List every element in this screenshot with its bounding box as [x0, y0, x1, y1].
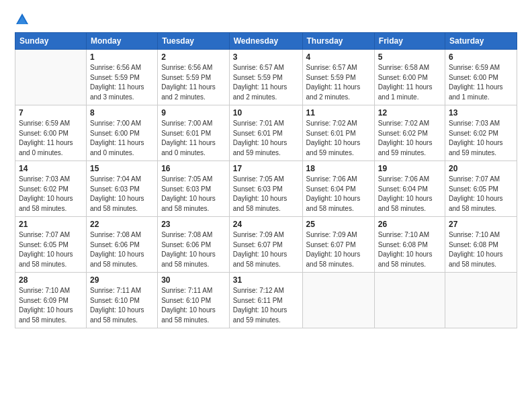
day-info: Sunrise: 7:02 AM Sunset: 6:01 PM Dayligh… [306, 119, 371, 158]
day-cell: 2Sunrise: 6:56 AM Sunset: 5:59 PM Daylig… [158, 50, 230, 105]
day-cell: 9Sunrise: 7:00 AM Sunset: 6:01 PM Daylig… [158, 105, 230, 161]
week-row-2: 7Sunrise: 6:59 AM Sunset: 6:00 PM Daylig… [15, 105, 517, 161]
page: SundayMondayTuesdayWednesdayThursdayFrid… [0, 0, 532, 411]
day-number: 19 [378, 164, 441, 173]
day-info: Sunrise: 6:56 AM Sunset: 5:59 PM Dayligh… [161, 63, 226, 102]
week-row-5: 28Sunrise: 7:10 AM Sunset: 6:09 PM Dayli… [15, 273, 517, 328]
day-number: 11 [306, 108, 371, 118]
day-number: 29 [90, 275, 154, 285]
day-info: Sunrise: 7:00 AM Sunset: 6:01 PM Dayligh… [161, 119, 226, 158]
day-info: Sunrise: 7:08 AM Sunset: 6:06 PM Dayligh… [161, 230, 226, 269]
weekday-header-row: SundayMondayTuesdayWednesdayThursdayFrid… [15, 33, 517, 50]
day-cell: 18Sunrise: 7:06 AM Sunset: 6:04 PM Dayli… [302, 161, 374, 217]
day-number: 31 [233, 275, 299, 285]
day-cell: 12Sunrise: 7:02 AM Sunset: 6:02 PM Dayli… [374, 105, 445, 161]
day-cell: 22Sunrise: 7:08 AM Sunset: 6:06 PM Dayli… [86, 217, 157, 273]
weekday-header-sunday: Sunday [15, 33, 87, 50]
logo-icon [15, 12, 30, 27]
day-number: 7 [19, 108, 83, 118]
day-cell: 4Sunrise: 6:57 AM Sunset: 5:59 PM Daylig… [302, 50, 374, 105]
day-info: Sunrise: 6:57 AM Sunset: 5:59 PM Dayligh… [233, 63, 299, 102]
day-number: 18 [306, 164, 371, 173]
day-info: Sunrise: 7:04 AM Sunset: 6:03 PM Dayligh… [90, 175, 154, 214]
weekday-header-friday: Friday [374, 33, 445, 50]
day-cell: 6Sunrise: 6:59 AM Sunset: 6:00 PM Daylig… [445, 50, 517, 105]
weekday-header-wednesday: Wednesday [229, 33, 302, 50]
day-number: 15 [90, 164, 154, 173]
day-cell: 17Sunrise: 7:05 AM Sunset: 6:03 PM Dayli… [229, 161, 302, 217]
day-number: 14 [19, 164, 83, 173]
day-number: 17 [233, 164, 299, 173]
day-number: 22 [90, 220, 154, 229]
day-cell: 20Sunrise: 7:07 AM Sunset: 6:05 PM Dayli… [445, 161, 517, 217]
calendar-table: SundayMondayTuesdayWednesdayThursdayFrid… [15, 32, 517, 328]
day-cell: 30Sunrise: 7:11 AM Sunset: 6:10 PM Dayli… [158, 273, 230, 328]
day-info: Sunrise: 7:03 AM Sunset: 6:02 PM Dayligh… [449, 119, 513, 158]
day-cell: 11Sunrise: 7:02 AM Sunset: 6:01 PM Dayli… [302, 105, 374, 161]
day-number: 24 [233, 220, 299, 229]
week-row-3: 14Sunrise: 7:03 AM Sunset: 6:02 PM Dayli… [15, 161, 517, 217]
day-info: Sunrise: 6:59 AM Sunset: 6:00 PM Dayligh… [449, 63, 513, 102]
day-cell: 29Sunrise: 7:11 AM Sunset: 6:10 PM Dayli… [86, 273, 157, 328]
day-info: Sunrise: 7:12 AM Sunset: 6:11 PM Dayligh… [233, 286, 299, 325]
day-info: Sunrise: 6:59 AM Sunset: 6:00 PM Dayligh… [19, 119, 83, 158]
day-info: Sunrise: 7:09 AM Sunset: 6:07 PM Dayligh… [306, 230, 371, 269]
day-info: Sunrise: 7:06 AM Sunset: 6:04 PM Dayligh… [378, 175, 441, 214]
day-number: 1 [90, 52, 154, 62]
day-number: 12 [378, 108, 441, 118]
day-cell [374, 273, 445, 328]
day-cell: 1Sunrise: 6:56 AM Sunset: 5:59 PM Daylig… [86, 50, 157, 105]
day-info: Sunrise: 7:09 AM Sunset: 6:07 PM Dayligh… [233, 230, 299, 269]
day-cell: 16Sunrise: 7:05 AM Sunset: 6:03 PM Dayli… [158, 161, 230, 217]
day-cell: 27Sunrise: 7:10 AM Sunset: 6:08 PM Dayli… [445, 217, 517, 273]
day-number: 8 [90, 108, 154, 118]
day-info: Sunrise: 7:10 AM Sunset: 6:09 PM Dayligh… [19, 286, 83, 325]
day-cell [302, 273, 374, 328]
day-cell: 10Sunrise: 7:01 AM Sunset: 6:01 PM Dayli… [229, 105, 302, 161]
day-cell: 3Sunrise: 6:57 AM Sunset: 5:59 PM Daylig… [229, 50, 302, 105]
day-cell: 28Sunrise: 7:10 AM Sunset: 6:09 PM Dayli… [15, 273, 87, 328]
day-number: 30 [161, 275, 226, 285]
day-cell: 15Sunrise: 7:04 AM Sunset: 6:03 PM Dayli… [86, 161, 157, 217]
day-number: 10 [233, 108, 299, 118]
day-info: Sunrise: 7:03 AM Sunset: 6:02 PM Dayligh… [19, 175, 83, 214]
day-cell: 5Sunrise: 6:58 AM Sunset: 6:00 PM Daylig… [374, 50, 445, 105]
day-cell: 31Sunrise: 7:12 AM Sunset: 6:11 PM Dayli… [229, 273, 302, 328]
day-number: 5 [378, 52, 441, 62]
day-cell [15, 50, 87, 105]
day-number: 3 [233, 52, 299, 62]
day-info: Sunrise: 7:07 AM Sunset: 6:05 PM Dayligh… [19, 230, 83, 269]
weekday-header-thursday: Thursday [302, 33, 374, 50]
day-info: Sunrise: 6:56 AM Sunset: 5:59 PM Dayligh… [90, 63, 154, 102]
day-info: Sunrise: 7:10 AM Sunset: 6:08 PM Dayligh… [378, 230, 441, 269]
day-number: 20 [449, 164, 513, 173]
weekday-header-saturday: Saturday [445, 33, 517, 50]
day-info: Sunrise: 7:00 AM Sunset: 6:00 PM Dayligh… [90, 119, 154, 158]
day-cell [445, 273, 517, 328]
day-number: 4 [306, 52, 371, 62]
day-number: 23 [161, 220, 226, 229]
day-cell: 25Sunrise: 7:09 AM Sunset: 6:07 PM Dayli… [302, 217, 374, 273]
day-info: Sunrise: 7:05 AM Sunset: 6:03 PM Dayligh… [233, 175, 299, 214]
day-number: 27 [449, 220, 513, 229]
day-info: Sunrise: 7:02 AM Sunset: 6:02 PM Dayligh… [378, 119, 441, 158]
day-cell: 23Sunrise: 7:08 AM Sunset: 6:06 PM Dayli… [158, 217, 230, 273]
day-info: Sunrise: 7:11 AM Sunset: 6:10 PM Dayligh… [90, 286, 154, 325]
day-number: 9 [161, 108, 226, 118]
header [15, 12, 517, 27]
day-info: Sunrise: 7:06 AM Sunset: 6:04 PM Dayligh… [306, 175, 371, 214]
day-cell: 8Sunrise: 7:00 AM Sunset: 6:00 PM Daylig… [86, 105, 157, 161]
day-cell: 14Sunrise: 7:03 AM Sunset: 6:02 PM Dayli… [15, 161, 87, 217]
day-number: 21 [19, 220, 83, 229]
day-cell: 7Sunrise: 6:59 AM Sunset: 6:00 PM Daylig… [15, 105, 87, 161]
day-number: 28 [19, 275, 83, 285]
day-number: 13 [449, 108, 513, 118]
day-info: Sunrise: 7:10 AM Sunset: 6:08 PM Dayligh… [449, 230, 513, 269]
day-cell: 26Sunrise: 7:10 AM Sunset: 6:08 PM Dayli… [374, 217, 445, 273]
weekday-header-tuesday: Tuesday [158, 33, 230, 50]
day-number: 25 [306, 220, 371, 229]
day-info: Sunrise: 7:11 AM Sunset: 6:10 PM Dayligh… [161, 286, 226, 325]
week-row-1: 1Sunrise: 6:56 AM Sunset: 5:59 PM Daylig… [15, 50, 517, 105]
day-info: Sunrise: 6:57 AM Sunset: 5:59 PM Dayligh… [306, 63, 371, 102]
day-cell: 24Sunrise: 7:09 AM Sunset: 6:07 PM Dayli… [229, 217, 302, 273]
